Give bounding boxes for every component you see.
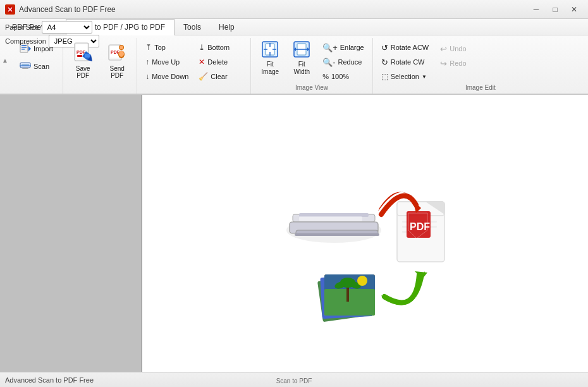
selection-dropdown-icon: ▼ bbox=[422, 74, 427, 80]
svg-rect-55 bbox=[324, 289, 375, 316]
rotate-col: ↺ Rotate ACW ↻ Rotate CW ⬚ Selection ▼ bbox=[377, 39, 434, 83]
ribbon-section-move: ⤒ Top ↑ Move Up ↓ Move Down ⤓ Bottom bbox=[137, 38, 251, 94]
bottom-button[interactable]: ⤓ Bottom bbox=[194, 40, 234, 54]
svg-rect-8 bbox=[22, 68, 28, 69]
zoom-col: 🔍+ Enlarge 🔍- Reduce % 100% bbox=[318, 39, 369, 83]
svg-point-22 bbox=[119, 46, 123, 49]
clear-label: Clear bbox=[211, 73, 227, 80]
reduce-button[interactable]: 🔍- Reduce bbox=[318, 55, 369, 69]
fit-width-icon bbox=[293, 40, 310, 59]
move-down-label: Move Down bbox=[152, 73, 188, 80]
scan-button[interactable]: Scan bbox=[15, 58, 54, 75]
svg-rect-12 bbox=[77, 55, 82, 57]
send-pdf-label: SendPDF bbox=[110, 65, 125, 79]
delete-icon: ✕ bbox=[199, 58, 205, 66]
move-up-label: Move Up bbox=[152, 58, 180, 66]
ribbon-section-image-edit: ↺ Rotate ACW ↻ Rotate CW ⬚ Selection ▼ ↩… bbox=[373, 38, 588, 94]
scan-icon bbox=[20, 60, 31, 73]
ribbon-section-scan: Import Scan Paper Size A4 Le bbox=[10, 38, 63, 94]
send-pdf-button[interactable]: PDF SendPDF bbox=[101, 42, 133, 80]
undo-icon: ↩ bbox=[440, 44, 447, 54]
reduce-icon: 🔍- bbox=[322, 58, 335, 67]
svg-rect-16 bbox=[85, 54, 90, 58]
selection-icon: ⬚ bbox=[381, 72, 388, 81]
scan-label: Scan bbox=[34, 63, 49, 70]
top-button[interactable]: ⤒ Top bbox=[141, 40, 193, 54]
app-icon bbox=[5, 4, 15, 15]
fit-width-button[interactable]: FitWidth bbox=[286, 39, 317, 77]
title-bar: Advanced Scan to PDF Free ─ □ ✕ bbox=[0, 0, 588, 19]
content-area: PDF bbox=[142, 95, 588, 372]
ribbon-section-image-view: FitImage FitWidth 🔍+ bbox=[251, 38, 373, 94]
redo-button: ↪ Redo bbox=[436, 56, 470, 70]
tab-tools[interactable]: Tools bbox=[175, 19, 210, 35]
ribbon-section-save: PDF SavePDF PDF bbox=[63, 38, 137, 94]
redo-icon: ↪ bbox=[440, 59, 447, 68]
app-illustration: PDF bbox=[264, 126, 467, 341]
move-up-button[interactable]: ↑ Move Up bbox=[141, 55, 193, 69]
top-label: Top bbox=[154, 44, 166, 51]
tab-help[interactable]: Help bbox=[210, 19, 243, 35]
redo-label: Redo bbox=[450, 59, 466, 67]
zoom-icon: % bbox=[322, 73, 329, 80]
svg-rect-4 bbox=[21, 49, 25, 50]
zoom-label: 100% bbox=[331, 73, 349, 80]
paper-size-row: Paper Size A4 Letter Legal bbox=[3, 20, 95, 34]
paper-size-label: Paper Size bbox=[5, 23, 39, 31]
move-down-icon: ↓ bbox=[145, 72, 149, 81]
delete-button[interactable]: ✕ Delete bbox=[194, 55, 234, 69]
main-area: PDF bbox=[0, 95, 588, 372]
rotate-acw-icon: ↺ bbox=[381, 43, 388, 52]
bottom-label: Bottom bbox=[207, 44, 230, 51]
move-up-icon: ↑ bbox=[145, 58, 149, 66]
enlarge-button[interactable]: 🔍+ Enlarge bbox=[318, 40, 369, 54]
svg-rect-41 bbox=[299, 216, 362, 221]
reduce-label: Reduce bbox=[338, 58, 362, 66]
send-pdf-icon: PDF bbox=[107, 42, 126, 64]
move-col-1: ⤒ Top ↑ Move Up ↓ Move Down bbox=[141, 39, 193, 83]
undo-redo-col: ↩ Undo ↪ Redo bbox=[436, 39, 470, 70]
zoom-percent-button[interactable]: % 100% bbox=[318, 70, 369, 83]
selection-button[interactable]: ⬚ Selection ▼ bbox=[377, 70, 434, 83]
paper-size-select[interactable]: A4 Letter Legal bbox=[42, 21, 92, 34]
image-edit-label: Image Edit bbox=[373, 84, 588, 91]
image-view-label: Image View bbox=[251, 84, 372, 91]
top-icon: ⤒ bbox=[145, 43, 152, 52]
compression-label: Compression bbox=[5, 37, 46, 45]
rotate-cw-button[interactable]: ↻ Rotate CW bbox=[377, 55, 434, 69]
fit-image-icon bbox=[261, 40, 279, 59]
move-col-2: ⤓ Bottom ✕ Delete 🧹 Clear bbox=[194, 39, 234, 83]
undo-button: ↩ Undo bbox=[436, 42, 470, 56]
move-down-button[interactable]: ↓ Move Down bbox=[141, 70, 193, 83]
svg-point-23 bbox=[119, 51, 124, 57]
save-pdf-label: SavePDF bbox=[76, 65, 90, 79]
selection-label: Selection bbox=[391, 73, 419, 80]
clear-icon: 🧹 bbox=[199, 72, 208, 81]
minimize-button[interactable]: ─ bbox=[527, 3, 545, 16]
enlarge-label: Enlarge bbox=[340, 44, 364, 51]
enlarge-icon: 🔍+ bbox=[322, 43, 338, 52]
bottom-icon: ⤓ bbox=[199, 43, 205, 52]
fit-image-label: FitImage bbox=[261, 61, 279, 76]
save-pdf-button[interactable]: PDF SavePDF bbox=[67, 42, 99, 80]
close-button[interactable]: ✕ bbox=[565, 3, 583, 16]
rotate-acw-button[interactable]: ↺ Rotate ACW bbox=[377, 40, 434, 54]
fit-image-button[interactable]: FitImage bbox=[255, 39, 285, 77]
delete-label: Delete bbox=[207, 58, 228, 66]
title-bar-left: Advanced Scan to PDF Free bbox=[5, 4, 116, 15]
ribbon: ▲ Import bbox=[0, 35, 588, 95]
maximize-button[interactable]: □ bbox=[546, 3, 564, 16]
rotate-cw-label: Rotate CW bbox=[391, 58, 425, 66]
rotate-acw-label: Rotate ACW bbox=[391, 44, 429, 51]
window-title: Advanced Scan to PDF Free bbox=[19, 5, 116, 14]
fit-width-label: FitWidth bbox=[293, 61, 310, 76]
svg-point-60 bbox=[357, 276, 367, 286]
window-controls: ─ □ ✕ bbox=[527, 3, 583, 16]
clear-button[interactable]: 🧹 Clear bbox=[194, 70, 234, 83]
illustration-svg: PDF bbox=[264, 132, 467, 335]
thumbnail-panel bbox=[0, 95, 142, 372]
rotate-cw-icon: ↻ bbox=[381, 58, 388, 67]
save-pdf-icon: PDF bbox=[73, 42, 92, 64]
scan-section-label: Scan to PDF bbox=[0, 378, 588, 384]
svg-rect-40 bbox=[295, 233, 379, 236]
